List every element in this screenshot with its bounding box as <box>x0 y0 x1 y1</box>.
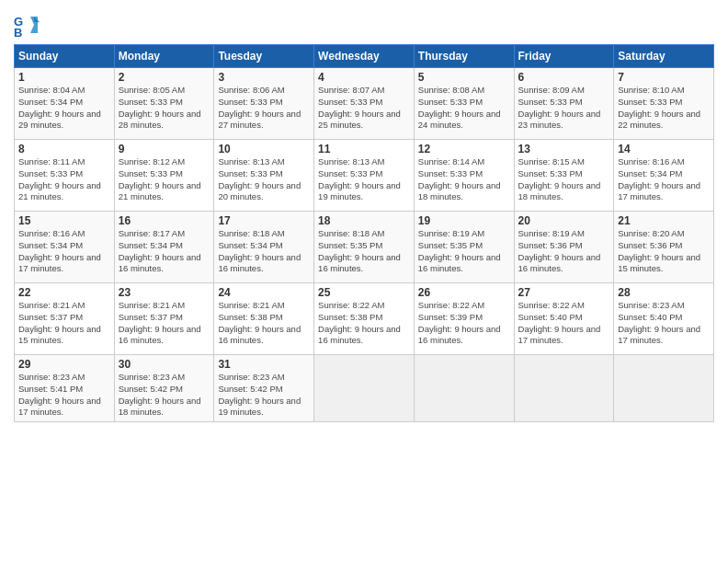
sunset-label: Sunset: 5:33 PM <box>618 97 682 107</box>
day-detail: Sunrise: 8:16 AM Sunset: 5:34 PM Dayligh… <box>618 156 710 203</box>
header: G B <box>14 9 714 39</box>
sunrise-label: Sunrise: 8:13 AM <box>318 156 384 167</box>
day-number: 3 <box>218 71 310 84</box>
daylight-label: Daylight: 9 hours and 18 minutes. <box>518 180 601 202</box>
day-detail: Sunrise: 8:08 AM Sunset: 5:33 PM Dayligh… <box>418 85 510 132</box>
daylight-label: Daylight: 9 hours and 17 minutes. <box>18 396 101 418</box>
sunset-label: Sunset: 5:40 PM <box>618 312 682 322</box>
day-number: 21 <box>618 214 710 227</box>
sunrise-label: Sunrise: 8:22 AM <box>418 300 484 310</box>
calendar-week-5: 29 Sunrise: 8:23 AM Sunset: 5:41 PM Dayl… <box>15 355 714 422</box>
day-detail: Sunrise: 8:18 AM Sunset: 5:34 PM Dayligh… <box>218 228 310 275</box>
sunset-label: Sunset: 5:34 PM <box>218 240 282 250</box>
day-number: 26 <box>418 286 510 299</box>
sunrise-label: Sunrise: 8:17 AM <box>119 228 185 238</box>
calendar-week-4: 22 Sunrise: 8:21 AM Sunset: 5:37 PM Dayl… <box>15 283 714 355</box>
calendar-cell: 20 Sunrise: 8:19 AM Sunset: 5:36 PM Dayl… <box>514 212 614 283</box>
calendar-cell: 3 Sunrise: 8:06 AM Sunset: 5:33 PM Dayli… <box>214 68 314 140</box>
day-number: 19 <box>418 214 510 227</box>
day-detail: Sunrise: 8:05 AM Sunset: 5:33 PM Dayligh… <box>119 85 210 132</box>
day-detail: Sunrise: 8:13 AM Sunset: 5:33 PM Dayligh… <box>318 156 410 203</box>
weekday-header-sunday: Sunday <box>15 45 115 68</box>
calendar-cell <box>614 355 714 422</box>
calendar-cell: 25 Sunrise: 8:22 AM Sunset: 5:38 PM Dayl… <box>314 283 415 355</box>
day-number: 5 <box>418 71 510 84</box>
sunrise-label: Sunrise: 8:19 AM <box>418 228 484 238</box>
sunrise-label: Sunrise: 8:22 AM <box>518 300 585 310</box>
day-number: 23 <box>119 286 210 299</box>
weekday-header-friday: Friday <box>514 45 614 68</box>
sunset-label: Sunset: 5:41 PM <box>18 384 83 394</box>
daylight-label: Daylight: 9 hours and 21 minutes. <box>119 180 201 202</box>
weekday-header-row: SundayMondayTuesdayWednesdayThursdayFrid… <box>15 45 714 68</box>
daylight-label: Daylight: 9 hours and 16 minutes. <box>119 252 201 274</box>
daylight-label: Daylight: 9 hours and 16 minutes. <box>218 324 301 346</box>
day-detail: Sunrise: 8:23 AM Sunset: 5:41 PM Dayligh… <box>18 372 110 419</box>
calendar-cell: 8 Sunrise: 8:11 AM Sunset: 5:33 PM Dayli… <box>15 140 115 212</box>
weekday-header-saturday: Saturday <box>614 45 714 68</box>
day-number: 13 <box>518 143 610 155</box>
sunrise-label: Sunrise: 8:22 AM <box>318 300 384 310</box>
day-number: 31 <box>218 358 310 371</box>
day-detail: Sunrise: 8:14 AM Sunset: 5:33 PM Dayligh… <box>418 156 510 203</box>
day-detail: Sunrise: 8:07 AM Sunset: 5:33 PM Dayligh… <box>318 85 410 132</box>
sunrise-label: Sunrise: 8:16 AM <box>18 228 85 238</box>
day-detail: Sunrise: 8:20 AM Sunset: 5:36 PM Dayligh… <box>618 228 710 275</box>
day-number: 29 <box>18 358 110 371</box>
calendar-cell: 11 Sunrise: 8:13 AM Sunset: 5:33 PM Dayl… <box>314 140 415 212</box>
calendar-week-1: 1 Sunrise: 8:04 AM Sunset: 5:34 PM Dayli… <box>15 68 714 140</box>
daylight-label: Daylight: 9 hours and 16 minutes. <box>418 324 501 346</box>
sunset-label: Sunset: 5:39 PM <box>418 312 483 322</box>
sunrise-label: Sunrise: 8:21 AM <box>218 300 284 310</box>
day-number: 22 <box>18 286 110 299</box>
daylight-label: Daylight: 9 hours and 17 minutes. <box>618 180 700 202</box>
svg-text:B: B <box>14 26 22 39</box>
day-number: 24 <box>218 286 310 299</box>
day-number: 15 <box>18 214 110 227</box>
sunrise-label: Sunrise: 8:23 AM <box>119 372 185 382</box>
sunrise-label: Sunrise: 8:07 AM <box>318 85 384 95</box>
day-number: 1 <box>18 71 110 84</box>
day-number: 6 <box>518 71 610 84</box>
weekday-header-wednesday: Wednesday <box>314 45 415 68</box>
day-detail: Sunrise: 8:15 AM Sunset: 5:33 PM Dayligh… <box>518 156 610 203</box>
calendar-container: G B SundayMondayTuesdayWednesdayThursday… <box>0 0 728 563</box>
sunrise-label: Sunrise: 8:21 AM <box>18 300 85 310</box>
calendar-cell: 27 Sunrise: 8:22 AM Sunset: 5:40 PM Dayl… <box>514 283 614 355</box>
calendar-cell: 5 Sunrise: 8:08 AM Sunset: 5:33 PM Dayli… <box>414 68 514 140</box>
daylight-label: Daylight: 9 hours and 22 minutes. <box>618 109 700 131</box>
calendar-cell: 12 Sunrise: 8:14 AM Sunset: 5:33 PM Dayl… <box>414 140 514 212</box>
weekday-header-tuesday: Tuesday <box>214 45 314 68</box>
daylight-label: Daylight: 9 hours and 20 minutes. <box>218 180 301 202</box>
weekday-header-monday: Monday <box>114 45 214 68</box>
calendar-cell: 4 Sunrise: 8:07 AM Sunset: 5:33 PM Dayli… <box>314 68 415 140</box>
day-detail: Sunrise: 8:21 AM Sunset: 5:38 PM Dayligh… <box>218 300 310 347</box>
daylight-label: Daylight: 9 hours and 15 minutes. <box>18 324 101 346</box>
daylight-label: Daylight: 9 hours and 16 minutes. <box>318 324 401 346</box>
calendar-cell: 22 Sunrise: 8:21 AM Sunset: 5:37 PM Dayl… <box>15 283 115 355</box>
calendar-cell: 14 Sunrise: 8:16 AM Sunset: 5:34 PM Dayl… <box>614 140 714 212</box>
sunset-label: Sunset: 5:36 PM <box>518 240 583 250</box>
daylight-label: Daylight: 9 hours and 19 minutes. <box>218 396 301 418</box>
day-number: 8 <box>18 143 110 155</box>
daylight-label: Daylight: 9 hours and 19 minutes. <box>318 180 401 202</box>
calendar-week-2: 8 Sunrise: 8:11 AM Sunset: 5:33 PM Dayli… <box>15 140 714 212</box>
calendar-cell: 24 Sunrise: 8:21 AM Sunset: 5:38 PM Dayl… <box>214 283 314 355</box>
daylight-label: Daylight: 9 hours and 16 minutes. <box>119 324 201 346</box>
sunrise-label: Sunrise: 8:20 AM <box>618 228 684 238</box>
day-number: 2 <box>119 71 210 84</box>
sunset-label: Sunset: 5:34 PM <box>618 168 682 178</box>
sunset-label: Sunset: 5:38 PM <box>218 312 282 322</box>
day-number: 12 <box>418 143 510 155</box>
daylight-label: Daylight: 9 hours and 21 minutes. <box>18 180 101 202</box>
day-number: 28 <box>618 286 710 299</box>
daylight-label: Daylight: 9 hours and 28 minutes. <box>119 109 201 131</box>
daylight-label: Daylight: 9 hours and 23 minutes. <box>518 109 601 131</box>
day-number: 17 <box>218 214 310 227</box>
sunrise-label: Sunrise: 8:23 AM <box>618 300 684 310</box>
calendar-cell: 7 Sunrise: 8:10 AM Sunset: 5:33 PM Dayli… <box>614 68 714 140</box>
calendar-cell: 23 Sunrise: 8:21 AM Sunset: 5:37 PM Dayl… <box>114 283 214 355</box>
day-detail: Sunrise: 8:22 AM Sunset: 5:38 PM Dayligh… <box>318 300 410 347</box>
sunset-label: Sunset: 5:33 PM <box>518 168 583 178</box>
calendar-cell: 15 Sunrise: 8:16 AM Sunset: 5:34 PM Dayl… <box>15 212 115 283</box>
